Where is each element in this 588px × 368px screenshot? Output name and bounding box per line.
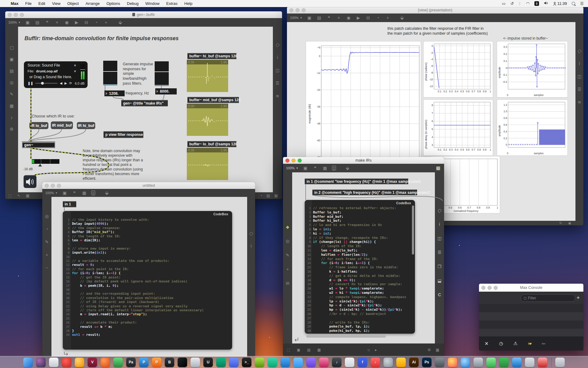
code-line[interactable]: // a variable to accumulate the sum of p… <box>72 259 231 263</box>
panel-icon[interactable]: ▤ <box>266 194 270 198</box>
run-icon[interactable]: ▸ <box>375 348 377 352</box>
dock-icon[interactable] <box>538 358 547 367</box>
code-line[interactable]: // get the IR point: <box>72 275 231 279</box>
code-line[interactable]: len = dim(IR); <box>72 238 231 242</box>
attach-icon[interactable]: ✎ <box>44 240 50 244</box>
dock-icon[interactable] <box>113 358 123 367</box>
code-line[interactable]: // frame index zero in the middle: <box>313 265 412 270</box>
patcher-tool-icon[interactable]: ◔ <box>44 227 50 232</box>
search-icon[interactable] <box>578 50 581 53</box>
info-icon[interactable]: i <box>437 222 442 227</box>
codebox-hscrollbar[interactable] <box>306 335 386 338</box>
gain-slider-handle[interactable] <box>38 164 42 167</box>
gen-make-irs-object[interactable]: gen~ @title "make IRs" <box>121 100 168 106</box>
dock-icon[interactable] <box>486 358 496 367</box>
code-line[interactable]: if (change(lo) || change(hi)) { <box>313 240 412 244</box>
playbar-tool-icon[interactable]: ▶ <box>74 20 79 25</box>
add-icon[interactable]: + <box>285 267 290 272</box>
menu-help[interactable]: Help <box>181 1 196 6</box>
search-icon[interactable] <box>250 232 253 236</box>
patcher-tool-icon[interactable]: ⚙ <box>9 127 14 132</box>
code-line[interactable]: // convert Hz to radians per sample: <box>313 282 412 286</box>
code-line[interactable]: input.write(in1); <box>72 251 231 255</box>
list-icon[interactable]: ☰ <box>275 81 280 86</box>
timestamp-button[interactable]: ◷ <box>499 341 503 346</box>
dock-icon[interactable] <box>190 358 200 367</box>
dock-icon[interactable] <box>100 358 110 367</box>
c74-icon[interactable]: C <box>437 292 442 297</box>
menu-debug[interactable]: Debug <box>123 1 142 6</box>
panel-icon[interactable]: ▤ <box>307 348 311 352</box>
message-tool-icon[interactable]: ▤ <box>35 20 40 25</box>
code-line[interactable]: // lo and hi are frequencies in Hz <box>313 223 412 227</box>
info-icon[interactable]: i <box>248 243 254 248</box>
dock-icon[interactable] <box>23 358 33 367</box>
button-tool-icon[interactable]: ◉ <box>346 15 351 20</box>
pause-button[interactable]: ❚❚ <box>28 81 33 85</box>
codebox-tool-icon[interactable]: code <box>91 190 95 195</box>
split-view-icon[interactable]: ◫ <box>577 74 582 79</box>
window-controls[interactable] <box>42 184 61 188</box>
dock-icon[interactable] <box>499 358 509 367</box>
grid-icon[interactable]: ▦ <box>274 194 278 198</box>
record-icon[interactable]: ○ <box>367 347 370 352</box>
info-icon[interactable]: i <box>275 55 280 60</box>
zoom-selector[interactable]: 100%▼ <box>8 21 21 24</box>
code-line[interactable]: Delay input(4096); <box>72 222 231 226</box>
code-line[interactable]: } <box>72 329 231 333</box>
new-object-icon[interactable]: ▣ <box>297 348 300 352</box>
dock-icon[interactable]: ♪ <box>371 358 380 367</box>
dock-trash-icon[interactable] <box>555 358 565 367</box>
display-mirroring-icon[interactable]: ▭ <box>502 1 505 6</box>
dial-tool-icon[interactable]: ◔ <box>375 15 381 20</box>
mail-icon[interactable]: ✉ <box>285 281 290 286</box>
sliders-icon[interactable]: ≋ <box>577 100 582 105</box>
target-icon[interactable]: ◎ <box>285 239 290 243</box>
code-line[interactable]: w2 = hi * twopi/samplerate; <box>313 291 412 295</box>
code-line[interactable]: hi = in2; <box>313 232 412 236</box>
window-controls[interactable] <box>479 286 498 290</box>
split-view-icon[interactable]: ◫ <box>437 236 442 241</box>
list-icon[interactable]: ☰ <box>577 87 582 92</box>
wifi-icon[interactable]: ◠ <box>526 1 529 6</box>
dock-icon[interactable] <box>383 358 393 367</box>
toggle-tool-icon[interactable]: × <box>54 20 60 25</box>
dock-icon[interactable] <box>435 358 444 367</box>
code-line[interactable] <box>72 242 231 246</box>
grid-icon[interactable]: ▦ <box>317 348 321 352</box>
message-tool-icon[interactable]: ▤ <box>316 15 322 20</box>
dock-icon[interactable] <box>268 358 277 367</box>
dock-icon[interactable] <box>178 358 187 367</box>
loop-button[interactable]: ⟳ <box>69 81 72 85</box>
autoscroll-button[interactable]: ≡▾ <box>528 341 531 346</box>
window-controls[interactable] <box>283 159 302 163</box>
add-object-icon[interactable]: + <box>385 15 390 20</box>
zoom-selector[interactable]: 100%▼ <box>45 191 58 195</box>
add-object-icon[interactable]: + <box>103 20 109 25</box>
dock-icon[interactable] <box>448 358 457 367</box>
patcher-tool-icon[interactable]: ▢ <box>9 45 14 50</box>
zoom-selector[interactable]: 100%▼ <box>290 16 302 20</box>
menu-extras[interactable]: Extras <box>163 1 181 6</box>
code-line[interactable]: m = input.read(i, interp="step"); <box>72 312 231 316</box>
code-line[interactable]: halflen = floor(len/2); <box>313 253 412 257</box>
code-line[interactable]: k = i-halflen; <box>313 270 412 274</box>
errors-button[interactable]: ⚠ <box>514 341 518 346</box>
menu-options[interactable]: Options <box>103 1 123 6</box>
code-line[interactable]: d = (k == 0); <box>313 278 412 282</box>
code-line[interactable]: lo = in1; <box>313 227 412 232</box>
dock-icon[interactable] <box>512 358 522 367</box>
in-1-object[interactable]: in 1 @comment "low frequency (Hz)" @min … <box>305 178 408 184</box>
code-line[interactable]: // refrences to external buffer~ objects… <box>313 206 412 210</box>
code-line[interactable]: // get a dirac delta at the middle: <box>313 274 412 278</box>
code-line[interactable]: // if they change, recompute the IRs: <box>313 236 412 240</box>
window-controls[interactable] <box>287 8 306 12</box>
gain-readout[interactable]: 6.0 dB <box>75 82 85 85</box>
remove-icon[interactable]: − <box>44 265 50 270</box>
code-line[interactable] <box>72 288 231 292</box>
patcher-tool-icon[interactable]: ♪ <box>9 115 14 120</box>
search-icon[interactable] <box>438 209 441 213</box>
lock-icon[interactable]: ⬚ <box>8 194 12 198</box>
code-line[interactable]: // accumulate their product: <box>72 320 231 324</box>
split-view-icon[interactable]: ◫ <box>275 68 280 73</box>
